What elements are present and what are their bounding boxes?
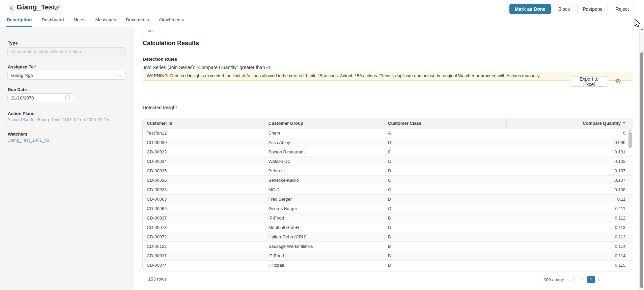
- table-cell: CD-00073: [143, 223, 264, 232]
- table-cell: 0.11: [507, 195, 633, 204]
- table-cell: C: [384, 147, 507, 156]
- table-row[interactable]: CD-00073Meatball GmbHD0.113: [143, 223, 633, 232]
- table-row[interactable]: TestTan12ChemA0: [143, 128, 633, 138]
- table-cell: D: [384, 223, 507, 232]
- table-row[interactable]: CD-00030Assa AbloyD0.096: [143, 138, 633, 147]
- table-row[interactable]: CD-00034Watson DCC0.102: [143, 157, 633, 166]
- table-cell: 0.108: [507, 185, 633, 194]
- table-cell: CD-00063: [143, 195, 264, 204]
- tab-documents[interactable]: Documents: [125, 17, 149, 27]
- reject-button[interactable]: Reject: [610, 4, 634, 14]
- table-cell: 0.107: [507, 166, 633, 175]
- table-cell: Fred Berger: [264, 195, 384, 204]
- scrollbar-up-arrow-icon[interactable]: [641, 29, 643, 30]
- table-cell: D: [384, 166, 507, 175]
- table-cell: B: [384, 242, 507, 251]
- table-cell: IP-Food: [264, 251, 384, 260]
- table-cell: Behruz: [264, 166, 384, 175]
- scrollbar-up-arrow-icon[interactable]: [629, 129, 632, 131]
- prev-page-button[interactable]: ‹: [582, 277, 584, 283]
- export-to-excel-button[interactable]: Export to Excel: [570, 76, 608, 87]
- table-row[interactable]: CD-00033MC DC0.108: [143, 185, 633, 195]
- chevron-down-icon: [119, 74, 122, 77]
- table-row[interactable]: CD-00031IP-FoodB0.114: [143, 251, 633, 261]
- table-cell: 0.102: [507, 157, 633, 166]
- table-cell: 0.114: [507, 251, 633, 260]
- table-cell: Baxton Restaurant: [264, 147, 384, 156]
- column-header-customer-group[interactable]: Customer Group: [264, 118, 384, 128]
- table-cell: CD-00033: [143, 185, 264, 194]
- table-cell: C: [384, 157, 507, 166]
- back-icon[interactable]: [9, 5, 15, 11]
- pagination: 300 / page ‹ 1 ›: [540, 276, 600, 283]
- table-row[interactable]: CD-00035BehruzD0.107: [143, 166, 633, 176]
- table-cell: IP-Food: [264, 213, 384, 223]
- table-cell: A: [384, 128, 507, 138]
- table-row[interactable]: CD-00063Fred BergerD0.11: [143, 195, 633, 204]
- warning-banner: WARNING: Detected insights exceeded the …: [143, 71, 633, 81]
- table-cell: CD-00030: [143, 138, 264, 147]
- table-row[interactable]: CD-00122Sausage Werke IllinoisB0.114: [143, 242, 633, 251]
- action-plan-link[interactable]: Action Plan for Giang_Test_1801_02 on 20…: [7, 117, 109, 122]
- block-button[interactable]: Block: [553, 4, 575, 14]
- description-textarea[interactable]: test: [143, 27, 633, 39]
- column-header-customer-id[interactable]: Customer Id: [143, 118, 264, 128]
- page-size-value: 300 / page: [543, 277, 564, 282]
- table-cell: 0.111: [507, 204, 633, 213]
- calendar-icon: [65, 96, 70, 100]
- sidebar: Type Actionable Insights Watcher Action …: [0, 27, 134, 290]
- tab-messages[interactable]: Messages: [95, 17, 117, 27]
- table-cell: Benecke-Kaliko: [264, 176, 384, 185]
- table-row[interactable]: CD-00069Georgs BurgerC0.111: [143, 204, 633, 213]
- table-cell: Georgs Burger: [264, 204, 384, 213]
- table-cell: CD-00037: [143, 213, 264, 223]
- column-header-customer-class[interactable]: Customer Class: [384, 118, 507, 128]
- page-scrollbar-thumb[interactable]: [640, 52, 643, 288]
- table-cell: 0.112: [507, 213, 633, 223]
- tab-notes[interactable]: Notes: [73, 17, 86, 27]
- table-cell: 0.113: [507, 232, 633, 241]
- due-date-value: 21/10/2078: [11, 95, 34, 100]
- table-cell: 0.115: [507, 261, 633, 270]
- watcher-link[interactable]: Giang_Test_1801_02: [7, 138, 49, 143]
- edit-title-icon[interactable]: [55, 5, 60, 10]
- tab-bar: Description Dashboard Notes Messages Doc…: [6, 17, 184, 27]
- table-cell: MC D: [264, 185, 384, 194]
- tab-description[interactable]: Description: [6, 17, 32, 27]
- table-cell: CD-00035: [143, 166, 264, 175]
- assigned-to-select[interactable]: Giang Ngo: [7, 71, 126, 80]
- table-row[interactable]: CD-00032Baxton RestaurantC0.101: [143, 147, 633, 157]
- table-cell: CD-00069: [143, 204, 264, 213]
- table-cell: C: [384, 176, 507, 185]
- table-cell: D: [384, 195, 507, 204]
- tab-dashboard[interactable]: Dashboard: [41, 17, 64, 27]
- table-cell: CD-00036: [143, 176, 264, 185]
- tab-attachments[interactable]: Attachments: [158, 17, 184, 27]
- table-row[interactable]: CD-00074HiltoballD0.115: [143, 261, 633, 270]
- type-label: Type: [8, 40, 18, 46]
- table-cell: D: [384, 138, 507, 147]
- table-cell: B: [384, 232, 507, 241]
- table-scrollbar-thumb[interactable]: [628, 132, 632, 148]
- table-row[interactable]: CD-00037IP-FoodB0.112: [143, 213, 633, 223]
- gear-icon[interactable]: [615, 78, 621, 84]
- table-cell: D: [384, 261, 507, 270]
- detected-insight-table: Customer Id Customer Group Customer Clas…: [142, 118, 633, 271]
- current-page-button[interactable]: 1: [587, 276, 595, 283]
- next-page-button[interactable]: ›: [598, 277, 600, 283]
- table-row[interactable]: CD-00036Benecke-KalikoC0.107: [143, 176, 633, 185]
- page-size-select[interactable]: 300 / page: [540, 276, 574, 283]
- column-header-compare-quantity[interactable]: Compare Quantity: [507, 118, 633, 128]
- main-content: test Calculation Results Detection Rules…: [134, 27, 639, 290]
- table-cell: CD-00031: [143, 251, 264, 260]
- due-date-input[interactable]: 21/10/2078: [7, 93, 73, 102]
- table-cell: 0.114: [507, 242, 633, 251]
- detection-rules-label: Detection Rules: [143, 57, 177, 62]
- type-select[interactable]: Actionable Insights Watcher Action: [7, 47, 126, 56]
- header-actions: Mark as Done Block Postpone Reject: [509, 4, 634, 14]
- mark-as-done-button[interactable]: Mark as Done: [509, 4, 551, 14]
- assigned-to-select-value: Giang Ngo: [11, 73, 33, 78]
- table-cell: CD-00122: [143, 242, 264, 251]
- table-row[interactable]: CD-00072Halfen-Deha (CRH)B0.113: [143, 232, 633, 242]
- postpone-button[interactable]: Postpone: [577, 4, 608, 14]
